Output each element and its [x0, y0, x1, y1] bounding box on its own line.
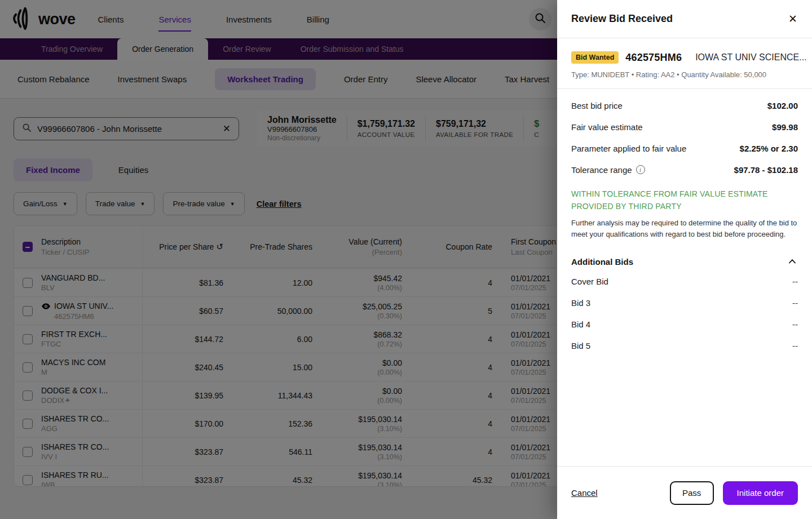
bid-value: -- [792, 298, 798, 308]
detail-value: $99.98 [772, 122, 798, 132]
detail-label: Fair value estimate [571, 122, 643, 132]
bid-row-4: Bid 4 -- [571, 313, 798, 335]
chevron-up-icon[interactable] [787, 256, 798, 267]
panel-footer: Cancel Pass Initiate order [557, 466, 812, 519]
bid-value: -- [792, 277, 798, 286]
security-summary: Bid Wanted 462575HM6 IOWA ST UNIV SCIENC… [557, 38, 812, 89]
security-name: IOWA ST UNIV SCIENCE... [695, 52, 806, 63]
additional-bids-list: Cover Bid -- Bid 3 -- Bid 4 -- Bid 5 -- [571, 270, 798, 356]
bid-wanted-badge: Bid Wanted [571, 51, 619, 64]
additional-bids-header[interactable]: Additional Bids [571, 256, 798, 267]
detail-fair-value-estimate: Fair value estimate $99.98 [571, 116, 798, 137]
detail-value: $97.78 - $102.18 [734, 165, 798, 175]
bid-label: Bid 5 [571, 341, 590, 351]
initiate-order-button[interactable]: Initiate order [723, 481, 798, 505]
bid-label: Bid 4 [571, 320, 590, 329]
panel-header: Review Bid Received ✕ [557, 0, 812, 38]
security-meta: Type: MUNIDEBT • Rating: AA2 • Quantity … [571, 70, 798, 79]
security-cusip: 462575HM6 [625, 52, 682, 64]
analysis-note: Further analysis may be required to dete… [571, 218, 798, 239]
bid-row-cover: Cover Bid -- [571, 270, 798, 292]
bid-row-3: Bid 3 -- [571, 292, 798, 313]
review-bid-panel: Review Bid Received ✕ Bid Wanted 462575H… [557, 0, 812, 519]
bid-label: Bid 3 [571, 298, 590, 308]
bid-row-5: Bid 5 -- [571, 335, 798, 356]
tolerance-status-message: WITHIN TOLERANCE FROM FAIR VALUE ESTIMAT… [571, 188, 780, 212]
info-icon[interactable]: i [636, 165, 645, 174]
detail-best-bid-price: Best bid price $102.00 [571, 95, 798, 116]
bid-value: -- [792, 341, 798, 351]
panel-body: Best bid price $102.00 Fair value estima… [557, 89, 812, 466]
bid-value: -- [792, 320, 798, 329]
detail-value: $102.00 [767, 101, 798, 110]
pass-button[interactable]: Pass [670, 481, 714, 505]
detail-label: Parameter applied to fair value [571, 144, 686, 153]
additional-bids-title: Additional Bids [571, 257, 633, 267]
panel-title: Review Bid Received [571, 13, 673, 25]
detail-value: $2.25% or 2.30 [740, 144, 798, 153]
close-icon[interactable]: ✕ [788, 12, 797, 25]
detail-parameter-applied: Parameter applied to fair value $2.25% o… [571, 137, 798, 159]
detail-label: Tolerance range [571, 165, 632, 175]
detail-label: Best bid price [571, 101, 623, 110]
bid-label: Cover Bid [571, 277, 608, 286]
detail-tolerance-range: Tolerance range i $97.78 - $102.18 [571, 159, 798, 180]
screen: wove Clients Services Investments Billin… [0, 0, 812, 519]
cancel-link[interactable]: Cancel [571, 488, 598, 498]
